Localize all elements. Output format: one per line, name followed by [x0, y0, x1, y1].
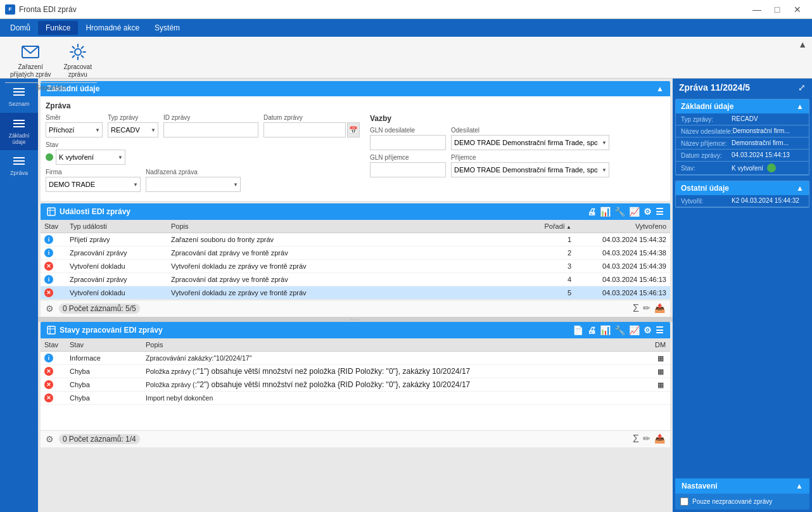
odes-select-wrapper[interactable]: DEMO TRADE Demonstrační firma Trade, spo… — [451, 135, 609, 150]
sidebar-item-zprava[interactable]: Zpráva — [0, 150, 38, 182]
col-poradi[interactable]: Pořadí — [531, 220, 575, 233]
events-gear-icon[interactable]: ⚙ — [46, 304, 54, 314]
rp-stav-label: Stav: — [681, 164, 732, 172]
form-group-id: ID zprávy 11/2024/5 — [163, 114, 258, 138]
minimize-button[interactable]: — — [747, 3, 766, 16]
ribbon-btn-zpracovat[interactable]: Zpracovat zprávu — [58, 39, 96, 81]
col-popis: Popis — [167, 220, 531, 233]
menu-icon[interactable]: ☰ — [656, 207, 664, 217]
proc-stav-text-3: Chyba — [66, 392, 142, 405]
datum-calendar-button[interactable]: 📅 — [347, 122, 360, 138]
event-vytvoreno-1: 04.03.2024 15:44:38 — [575, 246, 670, 260]
processing-table: Stav Stav Popis DM i Informace Zpracováv… — [41, 338, 670, 405]
events-count-zero: 0 — [63, 304, 67, 313]
menu-domu[interactable]: Domů — [3, 21, 38, 35]
pric-select[interactable]: DEMO TRADE Demonstrační firma Trade, spo… — [451, 162, 609, 177]
menu-system[interactable]: Systém — [147, 21, 187, 35]
proc-stav-icon-0: i — [44, 354, 53, 362]
event-stav-2: ✕ — [41, 260, 66, 273]
rp-stav-value: K vytvoření — [732, 165, 763, 172]
ribbon-group-label: Související — [5, 82, 97, 91]
nastaveni-body: Pouze nezpracované zprávy — [675, 494, 809, 509]
typ-zpravy-select[interactable]: RECADV — [108, 122, 158, 138]
svg-rect-10 — [48, 208, 55, 215]
events-table-icons: 🖨 📊 🔧 📈 ⚙ ☰ — [587, 207, 664, 217]
smer-select[interactable]: Příchozí — [46, 122, 103, 138]
proc-row-2[interactable]: ✕ Chyba Položka zprávy (:"2") obsahuje v… — [41, 378, 670, 392]
processing-count-zero: 0 — [63, 435, 67, 444]
gln-pric-input[interactable]: 128745963 — [370, 162, 446, 177]
settings2-icon[interactable]: 🔧 — [614, 207, 625, 217]
print-icon[interactable]: 🖨 — [587, 207, 596, 217]
firma-select[interactable]: DEMO TRADE — [46, 177, 141, 192]
events-count-badge: 0 Počet záznamů: 5/5 — [59, 304, 140, 314]
rp-other-header[interactable]: Ostatní údaje ▲ — [676, 181, 809, 195]
sidebar-item-zakladni-udaje[interactable]: Základníúdaje — [0, 113, 38, 150]
proc-row-3[interactable]: ✕ Chyba Import nebyl dokončen — [41, 392, 670, 405]
processing-count-badge: 0 Počet záznamů: 1/4 — [59, 434, 140, 444]
rp-vytvoril-label: Vytvořil: — [681, 197, 732, 205]
nadrazena-select-wrapper[interactable] — [146, 177, 241, 192]
nadrazena-select[interactable] — [146, 177, 241, 192]
events-table-section: Události EDI zprávy 🖨 📊 🔧 📈 ⚙ ☰ Stav Typ… — [41, 203, 670, 317]
nezpracovane-checkbox[interactable] — [680, 497, 688, 506]
maximize-button[interactable]: □ — [768, 3, 787, 16]
stav-wrapper: K vytvoření — [46, 150, 125, 165]
edit2-icon[interactable]: ✏ — [643, 433, 650, 445]
odes-select[interactable]: DEMO TRADE Demonstrační firma Trade, spo… — [451, 135, 609, 150]
smer-select-wrapper[interactable]: Příchozí — [46, 122, 103, 138]
nastaveni-header[interactable]: Nastavení ▲ — [675, 478, 809, 494]
form-row-1: Směr Příchozí Typ zprávy — [46, 114, 360, 138]
stav-select-wrapper[interactable]: K vytvoření — [56, 150, 125, 165]
sigma2-icon[interactable]: Σ — [633, 433, 639, 445]
export-icon[interactable]: 📤 — [654, 303, 665, 314]
event-row-3[interactable]: i Zpracování zprávy Zpracování dat zpráv… — [41, 273, 670, 286]
event-row-0[interactable]: i Přijetí zprávy Zařazení souboru do fro… — [41, 233, 670, 246]
event-row-4[interactable]: ✕ Vytvoření dokladu Vytvoření dokladu ze… — [41, 286, 670, 300]
print2-icon[interactable]: 🖨 — [587, 325, 596, 335]
id-zpravy-input[interactable]: 11/2024/5 — [163, 122, 258, 138]
event-poradi-4: 5 — [531, 286, 575, 300]
rp-basic-header[interactable]: Základní údaje ▲ — [676, 99, 809, 113]
menu-funkce[interactable]: Funkce — [38, 21, 78, 35]
stav-select[interactable]: K vytvoření — [56, 150, 125, 165]
ribbon-collapse-icon[interactable]: ▲ — [798, 39, 807, 49]
processing-gear-icon[interactable]: ⚙ — [46, 434, 54, 444]
chart2-icon[interactable]: 📊 — [600, 325, 611, 335]
firma-select-wrapper[interactable]: DEMO TRADE — [46, 177, 141, 192]
settings3-icon[interactable]: 🔧 — [614, 325, 625, 335]
proc-stav-text-1: Chyba — [66, 365, 142, 378]
event-row-1[interactable]: i Zpracování zprávy Zpracování dat zpráv… — [41, 246, 670, 260]
bar-chart-icon[interactable]: 📈 — [629, 207, 640, 217]
nezpracovane-label[interactable]: Pouze nezpracované zprávy — [692, 498, 772, 505]
svg-rect-13 — [48, 326, 55, 334]
ribbon-btn-zpracovat-label: Zpracovat zprávu — [63, 63, 91, 79]
typ-select-wrapper[interactable]: RECADV — [108, 122, 158, 138]
event-row-2[interactable]: ✕ Vytvoření dokladu Vytvoření dokladu ze… — [41, 260, 670, 273]
rp-datum-field: Datum zprávy: 04.03.2024 15:44:13 — [676, 150, 809, 162]
right-panel-expand-icon[interactable]: ⤢ — [798, 82, 806, 93]
datum-zpravy-input[interactable]: 04.03.2024 15:44:13 — [263, 122, 346, 138]
doc-icon[interactable]: 📄 — [573, 325, 583, 335]
proc-row-1[interactable]: ✕ Chyba Položka zprávy (:"1") obsahuje v… — [41, 365, 670, 378]
event-vytvoreno-4: 04.03.2024 15:46:13 — [575, 286, 670, 300]
section-zakladni-udaje-header[interactable]: Základní údaje ▲ — [41, 81, 670, 96]
event-poradi-0: 1 — [531, 233, 575, 246]
id-zpravy-label: ID zprávy — [163, 114, 258, 121]
edit-icon[interactable]: ✏ — [643, 303, 650, 314]
menu2-icon[interactable]: ☰ — [656, 325, 664, 335]
chart-icon[interactable]: 📊 — [600, 207, 611, 217]
close-button[interactable]: ✕ — [788, 3, 807, 16]
nastaveni-collapse: ▲ — [796, 482, 803, 490]
pric-select-wrapper[interactable]: DEMO TRADE Demonstrační firma Trade, spo… — [451, 162, 609, 177]
sigma-icon[interactable]: Σ — [633, 303, 639, 314]
bar2-icon[interactable]: 📈 — [629, 325, 640, 335]
menu-hromadne[interactable]: Hromadné akce — [78, 21, 147, 35]
gln-odes-input[interactable]: 128745963 — [370, 135, 446, 150]
gear2-icon[interactable]: ⚙ — [644, 207, 652, 217]
export2-icon[interactable]: 📤 — [654, 433, 665, 445]
gear3-icon[interactable]: ⚙ — [644, 325, 652, 335]
ribbon-btn-zarazeni[interactable]: Zařazení přijatých zpráv — [5, 39, 56, 81]
event-popis-3: Zpracování dat zprávy ve frontě zpráv — [167, 273, 531, 286]
proc-row-0[interactable]: i Informace Zpracovávání zakázky:"10/202… — [41, 352, 670, 365]
